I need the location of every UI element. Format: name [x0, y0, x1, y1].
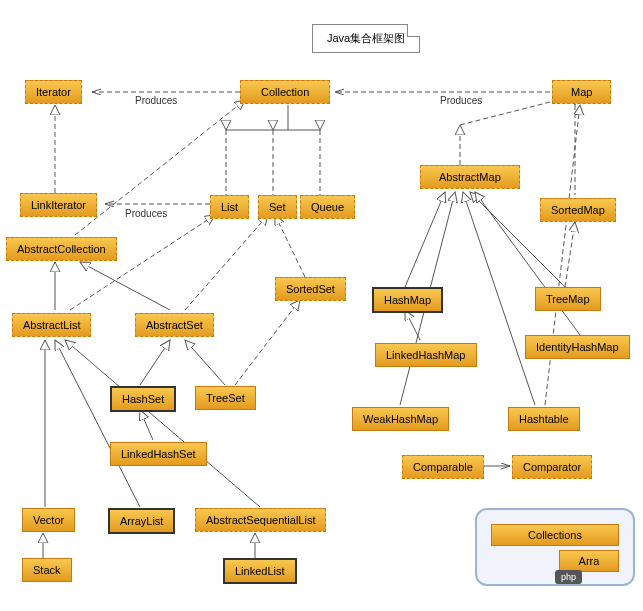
svg-line-17	[275, 215, 305, 277]
node-stack: Stack	[22, 558, 72, 582]
svg-line-34	[545, 105, 580, 405]
svg-line-20	[235, 300, 300, 385]
edge-produces-3: Produces	[125, 208, 167, 219]
node-hashset: HashSet	[110, 386, 176, 412]
svg-line-21	[140, 410, 153, 440]
node-abstractset: AbstractSet	[135, 313, 214, 337]
svg-line-19	[185, 340, 225, 385]
legend-collections: Collections	[491, 524, 619, 546]
node-hashtable: Hashtable	[508, 407, 580, 431]
title-text: Java集合框架图	[327, 32, 405, 44]
svg-line-14	[80, 262, 170, 310]
svg-line-15	[70, 215, 215, 310]
node-identityhashmap: IdentityHashMap	[525, 335, 630, 359]
svg-line-16	[185, 215, 268, 310]
diagram-title: Java集合框架图	[312, 24, 420, 53]
edge-produces-2: Produces	[440, 95, 482, 106]
svg-line-23	[55, 340, 140, 507]
svg-line-27	[405, 192, 445, 287]
php-badge: php	[555, 570, 582, 584]
node-list: List	[210, 195, 249, 219]
node-collection: Collection	[240, 80, 330, 104]
node-comparable: Comparable	[402, 455, 484, 479]
node-linkedlist: LinkedList	[223, 558, 297, 584]
node-abstractcollection: AbstractCollection	[6, 237, 117, 261]
node-treemap: TreeMap	[535, 287, 601, 311]
node-abstractlist: AbstractList	[12, 313, 91, 337]
node-comparator: Comparator	[512, 455, 592, 479]
node-linkedhashmap: LinkedHashMap	[375, 343, 477, 367]
edge-produces-1: Produces	[135, 95, 177, 106]
svg-line-24	[65, 340, 260, 507]
svg-line-18	[140, 340, 170, 385]
node-hashmap: HashMap	[372, 287, 443, 313]
node-sortedset: SortedSet	[275, 277, 346, 301]
node-linkiterator: LinkIterator	[20, 193, 97, 217]
node-vector: Vector	[22, 508, 75, 532]
svg-line-32	[463, 192, 535, 405]
node-weakhashmap: WeakHashMap	[352, 407, 449, 431]
legend-arrays: Arra	[559, 550, 619, 572]
node-abstractsequentiallist: AbstractSequentialList	[195, 508, 326, 532]
svg-line-33	[565, 222, 575, 287]
node-map: Map	[552, 80, 611, 104]
node-treeset: TreeSet	[195, 386, 256, 410]
node-iterator: Iterator	[25, 80, 82, 104]
node-linkedhashset: LinkedHashSet	[110, 442, 207, 466]
node-abstractmap: AbstractMap	[420, 165, 520, 189]
node-queue: Queue	[300, 195, 355, 219]
node-set: Set	[258, 195, 297, 219]
node-sortedmap: SortedMap	[540, 198, 616, 222]
node-arraylist: ArrayList	[108, 508, 175, 534]
svg-line-30	[405, 310, 420, 340]
